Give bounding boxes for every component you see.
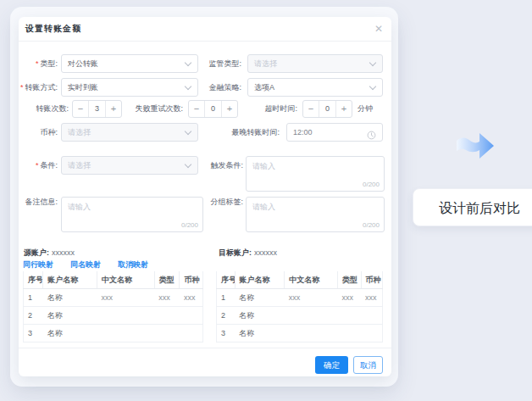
supervision-type-label: 监管类型: — [186, 54, 241, 73]
trigger-condition-textarea[interactable]: 请输入 0/200 — [246, 156, 385, 192]
finance-strategy-select[interactable]: 选项A — [247, 78, 383, 97]
group-tag-textarea[interactable]: 请输入 0/200 — [246, 197, 385, 232]
required-mark: * — [36, 161, 39, 170]
chevron-down-icon — [369, 59, 376, 66]
currency-select[interactable]: 请选择 — [61, 123, 198, 142]
dialog-footer: 确定 取消 — [19, 348, 391, 376]
finance-strategy-label: 金融策略: — [186, 78, 241, 97]
retry-count-stepper: − 0 + — [188, 100, 238, 118]
remark-label: 备注信息: — [10, 197, 58, 207]
confirm-button[interactable]: 确定 — [315, 356, 348, 374]
minus-button[interactable]: − — [189, 101, 205, 117]
target-account-table: 序号账户名称中文名称类型币种 1名称xxxxxxxxx 2名称 3名称 — [216, 271, 383, 343]
chevron-down-icon — [185, 128, 191, 135]
retry-count-value[interactable]: 0 — [205, 101, 221, 117]
chevron-down-icon — [185, 161, 191, 168]
group-tag-label: 分组标签: — [192, 197, 243, 207]
required-mark: * — [20, 83, 24, 92]
latest-time-input[interactable]: 12:00 — [286, 123, 383, 142]
window-frame: 设置转账金额 ✕ *类型: 对公转账 监管类型: 请选择 *转账方式: 实时到账 — [10, 7, 398, 387]
dialog-title: 设置转账金额 — [25, 17, 81, 41]
table-row[interactable]: 3名称 — [217, 325, 383, 343]
compare-arrow-icon — [454, 127, 496, 168]
plus-button[interactable]: + — [335, 101, 352, 117]
latest-time-label: 最晚转账时间: — [218, 123, 280, 142]
timeout-value[interactable]: 0 — [319, 101, 335, 117]
trigger-condition-label: 触发条件: — [192, 156, 243, 175]
table-row[interactable]: 3名称 — [24, 325, 203, 343]
source-account: 源账户:xxxxxx — [24, 248, 75, 258]
char-counter: 0/200 — [363, 221, 380, 229]
currency-label: 币种: — [10, 123, 58, 142]
timeout-label: 超时时间: — [250, 100, 297, 118]
retry-count-label: 失败重试次数: — [124, 100, 183, 118]
required-mark: * — [36, 59, 39, 68]
clock-icon — [367, 128, 376, 143]
dialog-header: 设置转账金额 ✕ — [19, 17, 391, 42]
transfer-amount-dialog: 设置转账金额 ✕ *类型: 对公转账 监管类型: 请选择 *转账方式: 实时到账 — [19, 17, 391, 376]
char-counter: 0/200 — [363, 181, 380, 188]
condition-label: *条件: — [10, 156, 58, 175]
transfer-count-label: 转账次数: — [21, 100, 69, 118]
type-label: *类型: — [10, 54, 58, 73]
target-account: 目标账户:xxxxxx — [219, 248, 277, 258]
source-account-table: 序号账户名称中文名称类型币种 1名称xxxxxxxxx 2名称 3名称 — [23, 271, 203, 343]
dialog-body: *类型: 对公转账 监管类型: 请选择 *转账方式: 实时到账 金融策略: 选项… — [19, 41, 391, 376]
transfer-method-label: *转账方式: — [10, 78, 58, 97]
remark-textarea[interactable]: 请输入 0/200 — [61, 197, 203, 232]
type-select[interactable]: 对公转账 — [61, 54, 198, 73]
chevron-down-icon — [369, 83, 376, 90]
compare-label-card: 设计前后对比 — [413, 188, 532, 226]
minus-button[interactable]: − — [303, 101, 319, 117]
minus-button[interactable]: − — [73, 101, 89, 117]
mapping-links: 同行映射 同名映射 取消映射 — [23, 259, 148, 270]
table-row[interactable]: 1名称xxxxxxxxx — [217, 289, 383, 307]
same-name-mapping-link[interactable]: 同名映射 — [70, 259, 101, 270]
timeout-unit: 分钟 — [357, 100, 373, 118]
close-icon[interactable]: ✕ — [373, 17, 385, 41]
plus-button[interactable]: + — [221, 101, 237, 117]
table-header-row: 序号账户名称中文名称类型币种 — [217, 271, 383, 289]
transfer-count-value[interactable]: 3 — [89, 101, 105, 117]
char-counter: 0/200 — [181, 221, 198, 229]
transfer-count-stepper: − 3 + — [72, 100, 122, 118]
table-row[interactable]: 2名称 — [24, 307, 203, 325]
cancel-button[interactable]: 取消 — [353, 356, 383, 374]
transfer-method-select[interactable]: 实时到账 — [61, 78, 198, 97]
timeout-stepper: − 0 + — [302, 100, 352, 118]
table-header-row: 序号账户名称中文名称类型币种 — [24, 271, 203, 289]
plus-button[interactable]: + — [105, 101, 121, 117]
same-bank-mapping-link[interactable]: 同行映射 — [23, 259, 53, 270]
cancel-mapping-link[interactable]: 取消映射 — [118, 259, 148, 270]
page-background: 设置转账金额 ✕ *类型: 对公转账 监管类型: 请选择 *转账方式: 实时到账 — [0, 0, 532, 401]
supervision-type-select[interactable]: 请选择 — [247, 54, 383, 73]
table-row[interactable]: 2名称 — [217, 307, 383, 325]
condition-select[interactable]: 请选择 — [61, 156, 198, 175]
table-row[interactable]: 1名称xxxxxxxxx — [24, 289, 203, 307]
